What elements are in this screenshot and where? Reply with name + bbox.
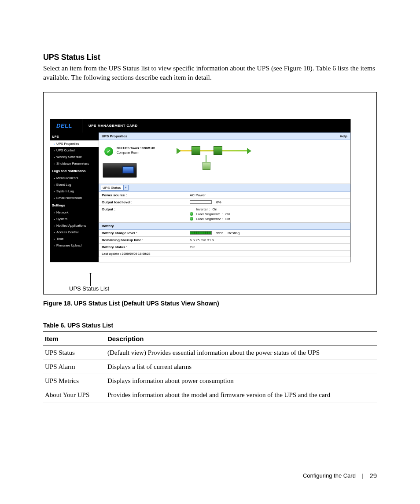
dell-logo: DELL (50, 119, 82, 132)
chevron-down-icon: ▾ (123, 185, 128, 190)
caret-icon: ▸ (54, 177, 55, 180)
nav-firmware-upload[interactable]: ▸Firmware Upload (50, 242, 99, 249)
synoptic-area: ✓ Dell UPS Tower 1920W HV Computer Room (99, 140, 350, 184)
cell-desc: Displays a list of current alarms (106, 360, 377, 374)
rectifier-icon (192, 146, 200, 155)
caret-icon: ▸ (54, 231, 55, 234)
nav-system-log[interactable]: ▸System Log (50, 188, 99, 195)
status-dot-icon (190, 212, 193, 216)
nav-label: Network (56, 210, 69, 214)
panel-title: UPS Properties (102, 134, 127, 138)
cell-item: UPS Status (43, 346, 106, 360)
caret-icon: ▸ (54, 155, 55, 158)
nav-weekly-schedule[interactable]: ▸Weekly Schedule (50, 154, 99, 160)
nav-time[interactable]: ▸Time (50, 235, 99, 242)
row-label: Output : (99, 206, 187, 222)
caret-icon: ▸ (54, 224, 55, 227)
row-label: Battery status : (99, 244, 187, 250)
page-number: 29 (369, 472, 377, 479)
callout-line (90, 273, 91, 286)
load-percent: 0% (216, 200, 221, 204)
table-row: UPS Alarm Displays a list of current ala… (43, 360, 377, 374)
nav-network[interactable]: ▸Network (50, 209, 99, 216)
nav-notified-applications[interactable]: ▸Notified Applications (50, 222, 99, 229)
status-list-table: Item Description UPS Status (Default vie… (43, 331, 377, 402)
cell-desc: (Default view) Provides essential inform… (106, 346, 377, 360)
cell-item: UPS Alarm (43, 360, 106, 374)
battery-band: Battery (99, 223, 350, 230)
row-value: 6 h 25 min 31 s (187, 237, 350, 243)
status-ok-icon: ✓ (104, 147, 113, 156)
table-row: About Your UPS Provides information abou… (43, 388, 377, 402)
nav-system[interactable]: ▸System (50, 216, 99, 222)
caret-icon: ▸ (54, 149, 55, 152)
nav-email-notification[interactable]: ▸Email Notification (50, 195, 99, 201)
page-footer: Configuring the Card | 29 (303, 472, 377, 479)
inverter-icon (214, 146, 222, 155)
caret-icon: ▸ (54, 142, 55, 145)
row-value: AC Power (187, 192, 350, 199)
row-output: Output : Inverter :On Load Segment1 :On … (99, 206, 350, 223)
flow-arrow-icon (247, 148, 251, 154)
nav-label: System Log (56, 189, 74, 193)
status-select-row: UPS Status ▾ (99, 184, 350, 192)
cell-desc: Displays information about power consump… (106, 374, 377, 388)
row-value: OK (187, 244, 350, 250)
nav-label: System (56, 217, 67, 221)
seg1-label: Load Segment1 : (196, 212, 223, 216)
battery-percent: 99% (216, 231, 223, 235)
section-heading: UPS Status List (43, 53, 377, 62)
last-update: Last update : 2009/09/09 18:00:28 (99, 251, 350, 257)
nav-label: Weekly Schedule (56, 155, 82, 159)
device-name: Dell UPS Tower 1920W HV (117, 146, 155, 151)
nav-label: Shutdown Parameters (56, 162, 89, 166)
app-title: UPS MANAGEMENT CARD (82, 124, 138, 128)
load-bar (190, 200, 212, 204)
intro-paragraph: Select an item from the UPS Status list … (43, 64, 377, 82)
caret-icon: ▸ (54, 183, 55, 186)
cell-desc: Provides information about the model and… (106, 388, 377, 402)
nav-label: Measurements (56, 176, 78, 180)
device-location: Computer Room (117, 151, 155, 155)
nav-header-settings: Settings (50, 201, 99, 209)
nav-label: Event Log (56, 183, 71, 187)
caret-icon: ▸ (54, 190, 55, 193)
nav-label: Time (56, 237, 63, 241)
seg2-label: Load Segment2 : (196, 217, 223, 221)
nav-label: UPS Properties (56, 142, 79, 146)
footer-section: Configuring the Card (303, 472, 356, 479)
caret-icon: ▸ (54, 196, 55, 199)
power-flow-diagram (178, 144, 253, 175)
row-label: Output load level : (99, 199, 187, 206)
seg1-state: On (225, 212, 230, 216)
nav-ups-control[interactable]: ▸UPS Control (50, 147, 99, 154)
nav-label: Access Control (56, 230, 78, 234)
caret-icon: ▸ (54, 217, 55, 221)
row-label: Remaining backup time : (99, 237, 187, 243)
cell-item: UPS Metrics (43, 374, 106, 388)
ups-status-dropdown[interactable]: UPS Status ▾ (101, 185, 129, 191)
row-output-load: Output load level : 0% (99, 199, 350, 206)
nav-shutdown-parameters[interactable]: ▸Shutdown Parameters (50, 160, 99, 167)
caret-icon: ▸ (54, 211, 55, 214)
nav-measurements[interactable]: ▸Measurements (50, 175, 99, 181)
flow-arrow-icon (177, 148, 181, 154)
app-topbar: DELL UPS MANAGEMENT CARD (50, 119, 350, 132)
table-row: UPS Metrics Displays information about p… (43, 374, 377, 388)
help-link[interactable]: Help (340, 134, 347, 138)
sidebar: UPS ▸UPS Properties ▸UPS Control ▸Weekly… (50, 132, 99, 262)
caret-icon: ▸ (54, 237, 55, 240)
inverter-label: Inverter : (196, 207, 210, 211)
caret-icon: ▸ (54, 162, 55, 165)
nav-event-log[interactable]: ▸Event Log (50, 181, 99, 188)
caret-icon: ▸ (54, 244, 55, 247)
nav-label: Email Notification (56, 196, 82, 200)
nav-access-control[interactable]: ▸Access Control (50, 229, 99, 235)
footer-separator: | (362, 472, 363, 479)
th-description: Description (106, 331, 377, 346)
th-item: Item (43, 331, 106, 346)
figure-frame: DELL UPS MANAGEMENT CARD UPS ▸UPS Proper… (43, 92, 377, 294)
inverter-state: On (213, 207, 217, 211)
status-dot-icon (190, 217, 193, 221)
nav-ups-properties[interactable]: ▸UPS Properties (50, 140, 99, 147)
